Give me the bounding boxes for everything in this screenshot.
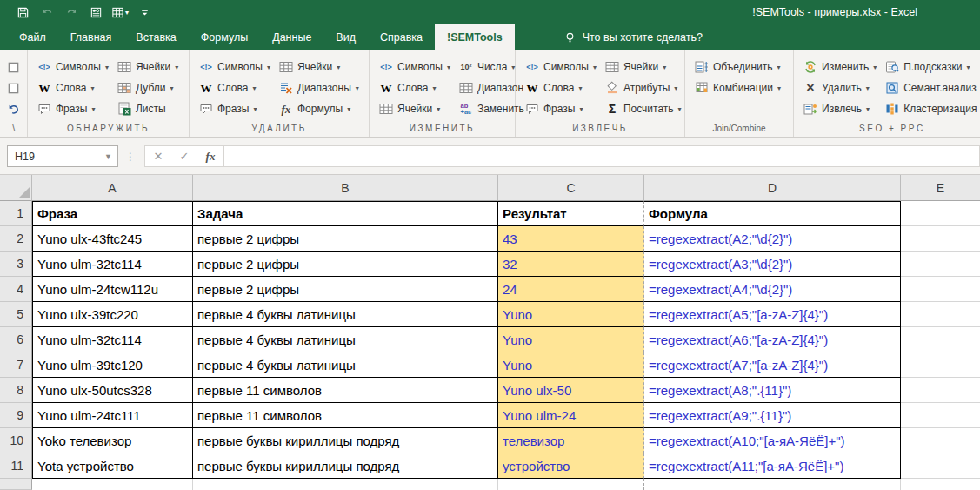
redo-button[interactable] [61, 3, 82, 22]
enter-button[interactable]: ✓ [171, 150, 197, 163]
ячейки-button[interactable]: Ячейки▾ [603, 57, 688, 77]
cell-A3[interactable]: Yuno ulm-32tc114 [32, 252, 193, 277]
tell-me[interactable]: Что вы хотите сделать? [563, 24, 703, 50]
column-header-E[interactable]: E [901, 175, 980, 201]
слова-button[interactable]: WСлова▾ [523, 77, 603, 98]
row-header-8[interactable]: 8 [0, 378, 32, 403]
row-header-9[interactable]: 9 [0, 403, 32, 428]
слова-button[interactable]: WСлова▾ [197, 77, 277, 98]
row-header-3[interactable]: 3 [0, 252, 32, 277]
cell-E4[interactable] [901, 277, 980, 302]
tab-формулы[interactable]: Формулы [189, 24, 260, 50]
cell-E6[interactable] [901, 327, 980, 352]
cell-D2[interactable]: =regexextract(A2;"\d{2}") [644, 226, 901, 252]
cell-A9[interactable]: Yuno ulm-24tc111 [32, 403, 193, 428]
cell-B6[interactable]: первые 4 буквы латиницы [193, 327, 498, 352]
комбинации-button[interactable]: Комбинации▾ [692, 77, 787, 98]
cell-B8[interactable]: первые 11 символов [193, 378, 498, 403]
cell-E1[interactable] [901, 201, 980, 226]
cell-B3[interactable]: первые 2 цифры [193, 252, 498, 277]
листы-button[interactable]: Листы [115, 98, 184, 119]
cell-D5[interactable]: =regexextract(A5;"[a-zA-Z]{4}") [644, 302, 901, 327]
row-header-6[interactable]: 6 [0, 327, 32, 352]
cell-E9[interactable] [901, 403, 980, 428]
cell-A11[interactable]: Yota устройство [32, 453, 193, 479]
cell-E11[interactable] [901, 453, 980, 479]
tab-данные[interactable]: Данные [260, 24, 323, 50]
слова-button[interactable]: WСлова▾ [35, 77, 115, 98]
tab-вид[interactable]: Вид [323, 24, 368, 50]
cell-E10[interactable] [901, 428, 980, 453]
select-all-corner[interactable] [0, 175, 32, 201]
cell-C5[interactable]: Yuno [498, 302, 644, 327]
cell-B12[interactable] [193, 479, 498, 490]
cell-E3[interactable] [901, 252, 980, 277]
name-box[interactable]: H19 ▼ [7, 145, 118, 167]
column-header-C[interactable]: C [498, 175, 644, 201]
атрибуты-button[interactable]: Атрибуты▾ [603, 77, 688, 98]
cell-C12[interactable] [498, 479, 644, 490]
cell-A2[interactable]: Yuno ulx-43ftc245 [32, 226, 193, 252]
cell-D4[interactable]: =regexextract(A4;"\d{2}") [644, 277, 901, 302]
изменить-button[interactable]: Изменить▾ [801, 57, 883, 77]
cell-D3[interactable]: =regexextract(A3;"\d{2}") [644, 252, 901, 277]
семант-анализ-button[interactable]: Семант.анализ▾ [883, 77, 980, 98]
column-header-B[interactable]: B [193, 175, 498, 201]
cell-A6[interactable]: Yuno ulm-32tc114 [32, 327, 193, 352]
row-header-2[interactable]: 2 [0, 226, 32, 252]
checkbox-icon[interactable] [4, 57, 23, 77]
cell-C7[interactable]: Yuno [498, 352, 644, 378]
слова-button[interactable]: WСлова▾ [377, 77, 457, 98]
символы-button[interactable]: <!>Символы▾ [35, 57, 115, 77]
cell-B5[interactable]: первые 4 буквы латиницы [193, 302, 498, 327]
диапазоны-button[interactable]: Диапазоны▾ [277, 77, 365, 98]
undo-button[interactable] [37, 3, 57, 22]
cell-E12[interactable] [901, 479, 980, 490]
cell-E7[interactable] [901, 352, 980, 378]
insert-function-button[interactable]: fx [197, 150, 223, 164]
cell-C1[interactable]: Результат [498, 201, 644, 226]
кластеризация-button[interactable]: Кластеризация [883, 98, 980, 119]
cell-D9[interactable]: =regexextract(A9;".{11}") [644, 403, 901, 428]
фразы-button[interactable]: Фразы▾ [523, 98, 603, 119]
cell-B9[interactable]: первые 11 символов [193, 403, 498, 428]
row-header-10[interactable]: 10 [0, 428, 32, 453]
cell-A8[interactable]: Yuno ulx-50utcs328 [32, 378, 193, 403]
cancel-button[interactable]: ✕ [145, 150, 171, 163]
chevron-down-icon[interactable]: ▼ [104, 152, 117, 161]
row-header-12[interactable] [0, 479, 32, 490]
cell-D11[interactable]: =regexextract(A11;"[а-яА-ЯёЁ]+") [644, 453, 901, 479]
qat-customize-button[interactable] [134, 3, 155, 22]
cell-E8[interactable] [901, 378, 980, 403]
cell-A1[interactable]: Фраза [32, 201, 193, 226]
cell-C11[interactable]: устройство [498, 453, 644, 479]
tab-главная[interactable]: Главная [58, 24, 124, 50]
cell-A7[interactable]: Yuno ulm-39tc120 [32, 352, 193, 378]
символы-button[interactable]: <!>Символы▾ [197, 57, 277, 77]
cell-C2[interactable]: 43 [498, 226, 644, 252]
cell-C4[interactable]: 24 [498, 277, 644, 302]
cell-C3[interactable]: 32 [498, 252, 644, 277]
tab-файл[interactable]: Файл [7, 24, 58, 50]
дубли-button[interactable]: Дубли▾ [115, 77, 184, 98]
ячейки-button[interactable]: Ячейки▾ [115, 57, 184, 77]
row-header-4[interactable]: 4 [0, 277, 32, 302]
row-header-7[interactable]: 7 [0, 352, 32, 378]
фразы-button[interactable]: Фразы▾ [197, 98, 277, 119]
cell-B7[interactable]: первые 4 буквы латиницы [193, 352, 498, 378]
символы-button[interactable]: <!>Символы▾ [377, 57, 457, 77]
п-подсказки-button[interactable]: П.подсказки▾ [883, 57, 980, 77]
column-header-D[interactable]: D [644, 175, 901, 201]
row-header-5[interactable]: 5 [0, 302, 32, 327]
cell-A12[interactable] [32, 479, 193, 490]
undo-blue-icon[interactable] [4, 98, 23, 119]
ячейки-button[interactable]: Ячейки▾ [277, 57, 365, 77]
cell-C10[interactable]: телевизор [498, 428, 644, 453]
tab-!semtools[interactable]: !SEMTools [435, 24, 515, 50]
cell-A5[interactable]: Yuno ulx-39tc220 [32, 302, 193, 327]
удалить-button[interactable]: ×Удалить▾ [801, 77, 883, 98]
cell-D12[interactable] [644, 479, 901, 490]
tab-справка[interactable]: Справка [368, 24, 435, 50]
cell-A10[interactable]: Yoko телевизор [32, 428, 193, 453]
cell-E5[interactable] [901, 302, 980, 327]
